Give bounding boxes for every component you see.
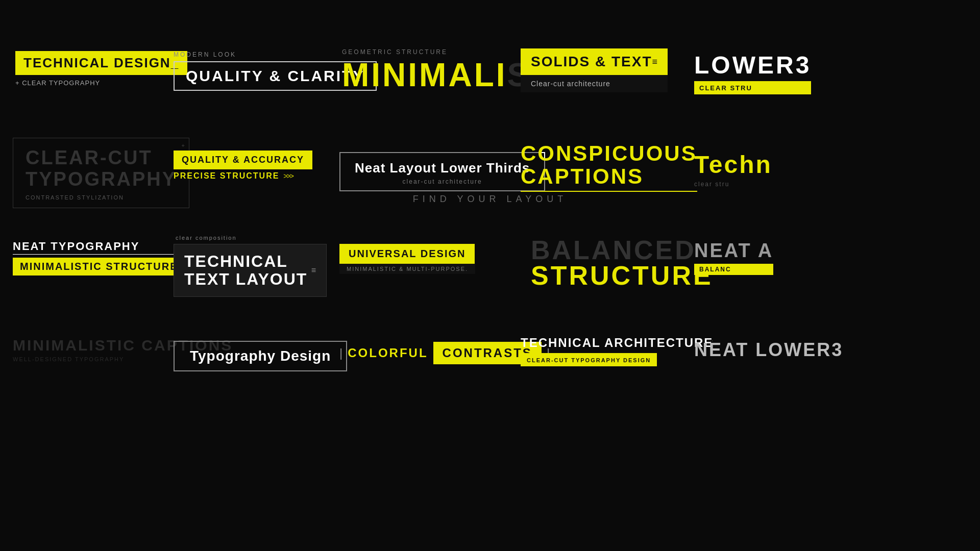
card-quality-accuracy: QUALITY & ACCURACY PRECISE STRUCTURE >>> (174, 151, 312, 181)
clear-cut-main: CLEAR-CUTTYPOGRAPHY (26, 147, 177, 190)
card-clear-cut: + CLEAR-CUTTYPOGRAPHY CONTRASTED STYLIZA… (13, 138, 189, 208)
solids-menu-icon: ≡ (652, 57, 658, 67)
card-neat-lower3: NEAT LOWER3 (694, 339, 843, 361)
solids-text-title: SOLIDS & TEXT (531, 54, 652, 70)
lower3-sub: CLEAR STRU (699, 84, 752, 92)
clear-cut-corner: + (182, 142, 185, 148)
techn-sub: clear stru (694, 181, 772, 188)
technical-design-sub: + CLEAR TYPOGRAPHY (15, 78, 187, 88)
technical-design-label: TECHNICAL DESIGN_ (15, 51, 187, 75)
card-tech-text-layout: clear composition TECHNICALTEXT LAYOUT ≡ (174, 235, 327, 297)
quality-accuracy-arrows: >>> (283, 172, 293, 180)
tech-arch-sub: CLEAR-CUT TYPOGRAPHY DESIGN (527, 357, 651, 363)
balanced-main: STRUCTURE (531, 260, 713, 291)
neat-partial-yellow: BALANC (699, 266, 768, 273)
card-universal-design: UNIVERSAL DESIGN MINIMALISTIC & MULTI-PU… (339, 244, 475, 274)
lower3-main: LOWER3 (694, 51, 811, 79)
solids-text-sub: Clear-cut architecture (531, 80, 610, 88)
card-solids-text: SOLIDS & TEXT ≡ Clear-cut architecture (521, 48, 668, 92)
card-tech-arch: ... TECHNICAL ARCHITECTURE CLEAR-CUT TYP… (521, 336, 713, 366)
card-neat-partial: NEAT A BALANC (694, 240, 773, 275)
neat-lower3-main: NEAT LOWER3 (694, 339, 843, 361)
card-conspicuous: CONSPICUOUS CAPTIONS (521, 143, 697, 192)
conspicuous-line1: CONSPICUOUS (521, 143, 697, 164)
card-neat-layout: Neat Layout Lower Thirds clear-cut archi… (339, 152, 545, 191)
neat-partial-main: NEAT A (694, 240, 773, 262)
card-balanced: BALANCED STRUCTURE (521, 235, 713, 291)
pipe-left: | (339, 346, 342, 360)
geometric-main: MINIMALI (342, 59, 507, 91)
card-colorful-contrasts: | COLORFUL CONTRASTS | (339, 342, 550, 364)
contrasts-text: CONTRASTS (443, 346, 532, 360)
techn-main: Techn (694, 151, 772, 179)
quality-accuracy-main: QUALITY & ACCURACY (174, 151, 312, 169)
quality-accuracy-sub: PRECISE STRUCTURE (174, 171, 279, 181)
tech-arch-main: TECHNICAL ARCHITECTURE (521, 336, 713, 350)
card-lower3: LOWER3 CLEAR STRU (694, 51, 811, 94)
neat-layout-sub: clear-cut architecture (355, 178, 530, 185)
typo-design-main: Typography Design (190, 348, 331, 364)
universal-design-sub: MINIMALISTIC & MULTI-PURPOSE. (347, 266, 468, 272)
card-techn-partial: Techn clear stru (694, 151, 772, 188)
tech-text-menu-icon: ≡ (311, 266, 316, 275)
conspicuous-line2: CAPTIONS (521, 164, 697, 189)
neat-layout-main: Neat Layout Lower Thirds (355, 160, 530, 176)
tech-text-main: TECHNICALTEXT LAYOUT (184, 253, 307, 288)
tech-text-label: clear composition (174, 235, 327, 241)
card-technical-design: TECHNICAL DESIGN_ + CLEAR TYPOGRAPHY (15, 51, 187, 88)
universal-design-main: UNIVERSAL DESIGN (349, 248, 465, 260)
find-layout-text: FIND YOUR LAYOUT (413, 194, 567, 205)
clear-cut-sub: CONTRASTED STYLIZATION (26, 194, 177, 201)
colorful-label: COLORFUL (348, 346, 428, 360)
neat-typo-yellow: MINIMALISTIC STRUCTURE (13, 258, 185, 276)
card-typo-design: Typography Design (174, 341, 347, 371)
neat-typo-line: NEAT TYPOGRAPHY (13, 240, 185, 255)
card-neat-typo: NEAT TYPOGRAPHY MINIMALISTIC STRUCTURE (13, 240, 185, 276)
